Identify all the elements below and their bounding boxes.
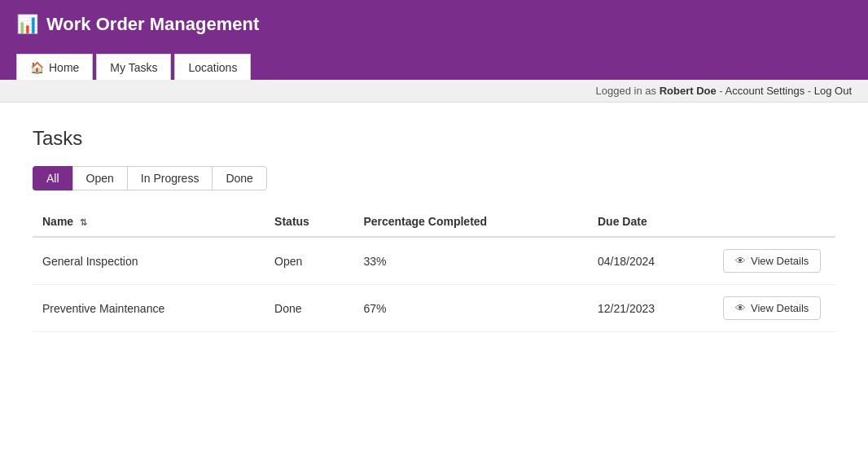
task-status-cell: Open <box>265 237 353 285</box>
col-header-percentage: Percentage Completed <box>353 207 588 237</box>
eye-icon: 👁 <box>735 302 746 314</box>
logged-in-prefix: Logged in as <box>596 85 656 97</box>
filter-tab-all[interactable]: All <box>33 166 72 190</box>
task-status-cell: Done <box>265 285 353 332</box>
task-name-cell: Preventive Maintenance <box>33 285 265 332</box>
home-icon: 🏠 <box>30 61 44 74</box>
task-name-cell: General Inspection <box>33 237 265 285</box>
col-header-due-date: Due Date <box>588 207 713 237</box>
nav-tab-my-tasks-label: My Tasks <box>110 61 157 74</box>
nav-tab-my-tasks[interactable]: My Tasks <box>96 54 171 80</box>
col-header-status: Status <box>265 207 353 237</box>
task-due-date-cell: 04/18/2024 <box>588 237 713 285</box>
task-due-date-cell: 12/21/2023 <box>588 285 713 332</box>
tasks-table-body: General Inspection Open 33% 04/18/2024 👁… <box>33 237 835 332</box>
app-logo-icon: 📊 <box>16 14 38 35</box>
table-header: Name ⇅ Status Percentage Completed Due D… <box>33 207 835 237</box>
filter-tab-open[interactable]: Open <box>72 166 127 190</box>
view-details-button[interactable]: 👁 View Details <box>723 296 821 320</box>
col-header-name: Name ⇅ <box>33 207 265 237</box>
task-percentage-cell: 67% <box>353 285 588 332</box>
task-action-cell: 👁 View Details <box>713 237 835 285</box>
main-content: Tasks All Open In Progress Done Name ⇅ S… <box>0 103 868 357</box>
app-title: 📊 Work Order Management <box>16 14 259 35</box>
view-details-label: View Details <box>751 302 809 314</box>
account-settings-link[interactable]: Account Settings <box>726 85 805 97</box>
status-bar: Logged in as Robert Doe - Account Settin… <box>0 80 868 103</box>
nav-tab-home[interactable]: 🏠 Home <box>16 54 93 80</box>
table-row: Preventive Maintenance Done 67% 12/21/20… <box>33 285 835 332</box>
separator-1: - <box>719 85 725 97</box>
nav-tab-home-label: Home <box>49 61 79 74</box>
sort-icon: ⇅ <box>80 217 87 227</box>
view-details-label: View Details <box>751 255 809 267</box>
table-row: General Inspection Open 33% 04/18/2024 👁… <box>33 237 835 285</box>
tasks-table: Name ⇅ Status Percentage Completed Due D… <box>33 207 835 332</box>
eye-icon: 👁 <box>735 255 746 267</box>
app-header: 📊 Work Order Management <box>0 0 868 49</box>
filter-tabs: All Open In Progress Done <box>33 166 835 190</box>
task-percentage-cell: 33% <box>353 237 588 285</box>
username: Robert Doe <box>660 85 717 97</box>
view-details-button[interactable]: 👁 View Details <box>723 249 821 273</box>
col-header-actions <box>713 207 835 237</box>
separator-2: - <box>808 85 814 97</box>
page-title: Tasks <box>33 127 835 150</box>
nav-tab-locations-label: Locations <box>188 61 237 74</box>
navbar: 🏠 Home My Tasks Locations <box>0 49 868 80</box>
filter-tab-done[interactable]: Done <box>212 166 266 190</box>
log-out-link[interactable]: Log Out <box>814 85 852 97</box>
nav-tab-locations[interactable]: Locations <box>174 54 251 80</box>
filter-tab-in-progress[interactable]: In Progress <box>127 166 213 190</box>
task-action-cell: 👁 View Details <box>713 285 835 332</box>
app-title-text: Work Order Management <box>46 14 259 35</box>
